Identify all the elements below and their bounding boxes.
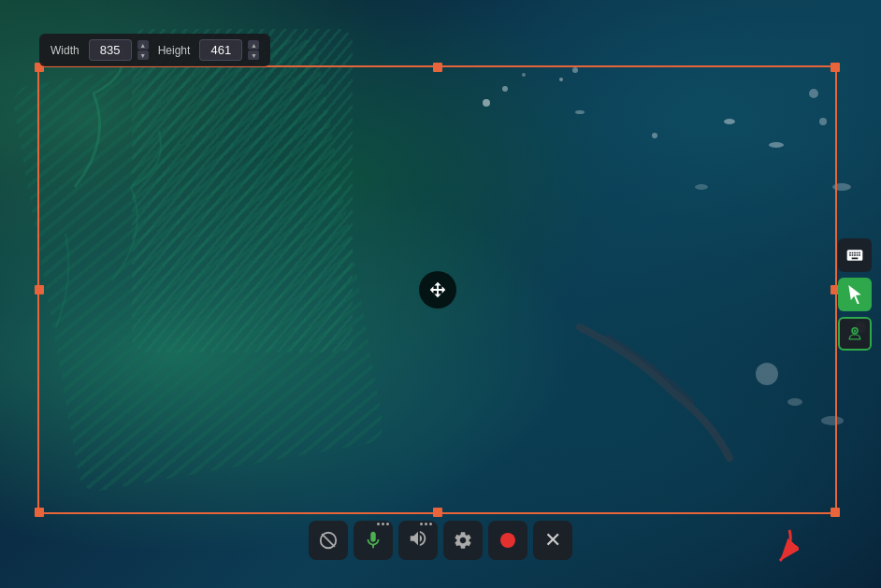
height-label: Height <box>158 44 191 57</box>
bottom-toolbar: ✕ <box>309 521 572 560</box>
record-button[interactable] <box>488 521 527 560</box>
red-arrow <box>752 525 799 571</box>
height-up-btn[interactable]: ▲ <box>248 40 259 50</box>
svg-line-20 <box>322 534 335 547</box>
height-input-wrapper: 461 ▲ ▼ <box>199 39 259 61</box>
svg-point-13 <box>821 416 844 425</box>
mic-button[interactable] <box>354 521 393 560</box>
height-down-btn[interactable]: ▼ <box>248 50 259 60</box>
cursor-button[interactable] <box>838 278 872 311</box>
svg-point-11 <box>832 183 851 191</box>
close-button[interactable]: ✕ <box>533 521 572 560</box>
speaker-wrapper <box>408 528 428 553</box>
svg-point-1 <box>502 86 508 92</box>
touch-button[interactable] <box>838 317 872 351</box>
svg-point-0 <box>483 99 490 107</box>
svg-point-15 <box>572 67 578 73</box>
svg-point-8 <box>756 363 778 385</box>
speaker-button[interactable] <box>398 521 438 560</box>
close-icon: ✕ <box>544 528 561 552</box>
height-value[interactable]: 461 <box>199 39 242 61</box>
width-up-btn[interactable]: ▲ <box>137 40 149 50</box>
width-value[interactable]: 835 <box>89 39 132 61</box>
svg-point-5 <box>575 110 585 114</box>
width-spinners: ▲ ▼ <box>137 40 149 60</box>
svg-point-9 <box>787 398 802 406</box>
height-spinners: ▲ ▼ <box>248 40 259 60</box>
disable-button[interactable] <box>309 521 348 560</box>
width-down-btn[interactable]: ▼ <box>137 50 149 60</box>
svg-point-6 <box>652 133 657 138</box>
svg-point-18 <box>854 329 857 332</box>
svg-point-10 <box>819 118 827 125</box>
mic-dots <box>377 523 389 525</box>
dimension-toolbar: Width 835 ▲ ▼ Height 461 ▲ ▼ <box>39 34 270 66</box>
svg-point-3 <box>769 142 784 148</box>
width-input-wrapper: 835 ▲ ▼ <box>89 39 149 61</box>
mic-wrapper <box>363 530 383 551</box>
settings-button[interactable] <box>443 521 483 560</box>
svg-point-2 <box>724 119 735 124</box>
svg-point-4 <box>809 89 818 98</box>
svg-point-16 <box>522 73 526 77</box>
svg-point-7 <box>695 184 708 190</box>
svg-point-14 <box>559 78 563 81</box>
right-toolbar <box>838 238 872 351</box>
width-label: Width <box>51 44 79 57</box>
keyboard-button[interactable] <box>838 238 872 272</box>
record-dot <box>500 533 515 548</box>
foam-spots <box>0 0 881 588</box>
speaker-dots <box>420 523 432 525</box>
